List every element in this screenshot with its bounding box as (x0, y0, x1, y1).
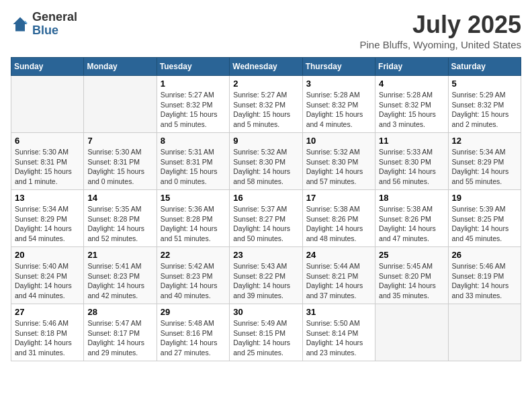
day-info: Sunrise: 5:30 AMSunset: 8:31 PMDaylight:… (87, 147, 152, 187)
day-info: Sunrise: 5:41 AMSunset: 8:23 PMDaylight:… (87, 261, 152, 301)
day-number: 6 (15, 136, 80, 146)
day-info: Sunrise: 5:32 AMSunset: 8:30 PMDaylight:… (233, 147, 298, 187)
calendar-week-row: 13Sunrise: 5:34 AMSunset: 8:29 PMDayligh… (11, 190, 521, 247)
calendar-cell: 18Sunrise: 5:38 AMSunset: 8:26 PMDayligh… (375, 190, 448, 247)
day-info: Sunrise: 5:36 AMSunset: 8:28 PMDaylight:… (161, 204, 226, 244)
calendar-cell: 2Sunrise: 5:27 AMSunset: 8:32 PMDaylight… (230, 76, 302, 133)
day-header-sunday: Sunday (11, 58, 84, 76)
day-number: 2 (233, 79, 298, 89)
calendar-cell: 7Sunrise: 5:30 AMSunset: 8:31 PMDaylight… (84, 133, 157, 190)
calendar-cell: 9Sunrise: 5:32 AMSunset: 8:30 PMDaylight… (230, 133, 302, 190)
subtitle: Pine Bluffs, Wyoming, United States (359, 39, 521, 50)
day-info: Sunrise: 5:28 AMSunset: 8:32 PMDaylight:… (306, 90, 371, 130)
calendar-cell: 15Sunrise: 5:36 AMSunset: 8:28 PMDayligh… (157, 190, 229, 247)
calendar-cell: 14Sunrise: 5:35 AMSunset: 8:28 PMDayligh… (84, 190, 157, 247)
calendar-cell (84, 76, 157, 133)
day-number: 5 (452, 79, 517, 89)
calendar-table: SundayMondayTuesdayWednesdayThursdayFrid… (11, 57, 521, 361)
day-info: Sunrise: 5:38 AMSunset: 8:26 PMDaylight:… (379, 204, 444, 244)
day-number: 3 (306, 79, 371, 89)
day-number: 23 (233, 250, 298, 260)
day-info: Sunrise: 5:49 AMSunset: 8:15 PMDaylight:… (233, 318, 298, 358)
day-info: Sunrise: 5:35 AMSunset: 8:28 PMDaylight:… (87, 204, 152, 244)
day-number: 28 (87, 307, 152, 317)
calendar-cell: 23Sunrise: 5:43 AMSunset: 8:22 PMDayligh… (230, 247, 302, 304)
main-title: July 2025 (359, 11, 521, 39)
calendar-cell (375, 304, 448, 361)
day-number: 4 (379, 79, 444, 89)
day-number: 10 (306, 136, 371, 146)
calendar-cell: 30Sunrise: 5:49 AMSunset: 8:15 PMDayligh… (230, 304, 302, 361)
day-info: Sunrise: 5:29 AMSunset: 8:32 PMDaylight:… (452, 90, 517, 130)
day-number: 30 (233, 307, 298, 317)
day-header-monday: Monday (84, 58, 157, 76)
day-info: Sunrise: 5:39 AMSunset: 8:25 PMDaylight:… (452, 204, 517, 244)
day-header-saturday: Saturday (448, 58, 521, 76)
calendar-cell: 19Sunrise: 5:39 AMSunset: 8:25 PMDayligh… (448, 190, 521, 247)
day-header-wednesday: Wednesday (230, 58, 302, 76)
calendar-week-row: 20Sunrise: 5:40 AMSunset: 8:24 PMDayligh… (11, 247, 521, 304)
day-number: 29 (161, 307, 226, 317)
day-header-tuesday: Tuesday (157, 58, 229, 76)
calendar-cell: 21Sunrise: 5:41 AMSunset: 8:23 PMDayligh… (84, 247, 157, 304)
day-info: Sunrise: 5:28 AMSunset: 8:32 PMDaylight:… (379, 90, 444, 130)
day-info: Sunrise: 5:43 AMSunset: 8:22 PMDaylight:… (233, 261, 298, 301)
day-number: 9 (233, 136, 298, 146)
day-number: 15 (161, 193, 226, 203)
logo: General Blue (11, 11, 77, 38)
page-header: General Blue July 2025 Pine Bluffs, Wyom… (11, 11, 521, 50)
day-info: Sunrise: 5:45 AMSunset: 8:20 PMDaylight:… (379, 261, 444, 301)
day-number: 22 (161, 250, 226, 260)
day-number: 11 (379, 136, 444, 146)
logo-general-text: General (32, 11, 77, 24)
calendar-week-row: 1Sunrise: 5:27 AMSunset: 8:32 PMDaylight… (11, 76, 521, 133)
day-number: 27 (15, 307, 80, 317)
calendar-cell: 17Sunrise: 5:38 AMSunset: 8:26 PMDayligh… (302, 190, 375, 247)
day-info: Sunrise: 5:44 AMSunset: 8:21 PMDaylight:… (306, 261, 371, 301)
day-info: Sunrise: 5:50 AMSunset: 8:14 PMDaylight:… (306, 318, 371, 358)
calendar-cell: 6Sunrise: 5:30 AMSunset: 8:31 PMDaylight… (11, 133, 84, 190)
day-header-friday: Friday (375, 58, 448, 76)
day-info: Sunrise: 5:31 AMSunset: 8:31 PMDaylight:… (161, 147, 226, 187)
day-info: Sunrise: 5:34 AMSunset: 8:29 PMDaylight:… (452, 147, 517, 187)
day-info: Sunrise: 5:37 AMSunset: 8:27 PMDaylight:… (233, 204, 298, 244)
day-info: Sunrise: 5:46 AMSunset: 8:19 PMDaylight:… (452, 261, 517, 301)
day-info: Sunrise: 5:46 AMSunset: 8:18 PMDaylight:… (15, 318, 80, 358)
calendar-cell: 16Sunrise: 5:37 AMSunset: 8:27 PMDayligh… (230, 190, 302, 247)
day-number: 20 (15, 250, 80, 260)
day-header-thursday: Thursday (302, 58, 375, 76)
calendar-cell: 5Sunrise: 5:29 AMSunset: 8:32 PMDaylight… (448, 76, 521, 133)
day-info: Sunrise: 5:30 AMSunset: 8:31 PMDaylight:… (15, 147, 80, 187)
day-number: 21 (87, 250, 152, 260)
day-number: 16 (233, 193, 298, 203)
calendar-cell: 22Sunrise: 5:42 AMSunset: 8:23 PMDayligh… (157, 247, 229, 304)
day-number: 1 (161, 79, 226, 89)
day-number: 7 (87, 136, 152, 146)
calendar-cell: 26Sunrise: 5:46 AMSunset: 8:19 PMDayligh… (448, 247, 521, 304)
calendar-cell: 24Sunrise: 5:44 AMSunset: 8:21 PMDayligh… (302, 247, 375, 304)
calendar-cell: 1Sunrise: 5:27 AMSunset: 8:32 PMDaylight… (157, 76, 229, 133)
calendar-cell: 13Sunrise: 5:34 AMSunset: 8:29 PMDayligh… (11, 190, 84, 247)
logo-blue-text: Blue (32, 24, 77, 38)
day-number: 17 (306, 193, 371, 203)
title-block: July 2025 Pine Bluffs, Wyoming, United S… (359, 11, 521, 50)
day-info: Sunrise: 5:47 AMSunset: 8:17 PMDaylight:… (87, 318, 152, 358)
day-info: Sunrise: 5:33 AMSunset: 8:30 PMDaylight:… (379, 147, 444, 187)
day-info: Sunrise: 5:42 AMSunset: 8:23 PMDaylight:… (161, 261, 226, 301)
day-number: 31 (306, 307, 371, 317)
day-info: Sunrise: 5:38 AMSunset: 8:26 PMDaylight:… (306, 204, 371, 244)
day-number: 25 (379, 250, 444, 260)
calendar-week-row: 27Sunrise: 5:46 AMSunset: 8:18 PMDayligh… (11, 304, 521, 361)
day-number: 8 (161, 136, 226, 146)
calendar-cell: 10Sunrise: 5:32 AMSunset: 8:30 PMDayligh… (302, 133, 375, 190)
day-number: 13 (15, 193, 80, 203)
day-info: Sunrise: 5:48 AMSunset: 8:16 PMDaylight:… (161, 318, 226, 358)
calendar-header-row: SundayMondayTuesdayWednesdayThursdayFrid… (11, 58, 521, 76)
day-info: Sunrise: 5:34 AMSunset: 8:29 PMDaylight:… (15, 204, 80, 244)
calendar-week-row: 6Sunrise: 5:30 AMSunset: 8:31 PMDaylight… (11, 133, 521, 190)
calendar-cell: 12Sunrise: 5:34 AMSunset: 8:29 PMDayligh… (448, 133, 521, 190)
day-number: 19 (452, 193, 517, 203)
calendar-cell: 11Sunrise: 5:33 AMSunset: 8:30 PMDayligh… (375, 133, 448, 190)
day-number: 24 (306, 250, 371, 260)
day-info: Sunrise: 5:27 AMSunset: 8:32 PMDaylight:… (233, 90, 298, 130)
